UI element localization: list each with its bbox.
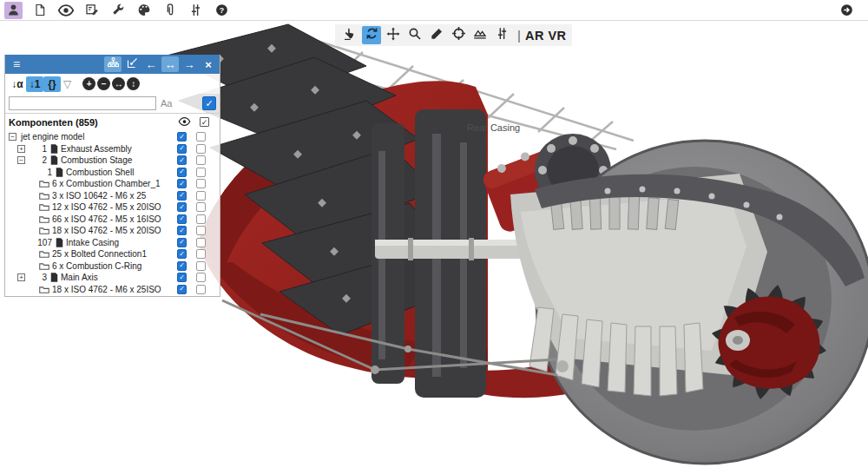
selection-checkbox[interactable] [196, 261, 206, 271]
filter-icon[interactable]: ▽ [63, 78, 71, 90]
fit-view-button[interactable] [449, 26, 468, 44]
tree-item-label[interactable]: 25 x Bolted Connection1 [52, 249, 147, 259]
collapse-toggle-icon[interactable]: − [17, 156, 25, 164]
tree-row[interactable]: +1Exhaust Assembly✓ [5, 143, 220, 155]
visibility-checkbox[interactable]: ✓ [177, 226, 187, 235]
tree-item-label[interactable]: 6 x Combustion Chamber_1 [52, 179, 161, 188]
tree-row[interactable]: 3 x ISO 10642 - M6 x 25✓ [5, 190, 220, 202]
zoom-button[interactable] [405, 26, 424, 44]
viewport-3d[interactable]: | AR VR Rear Casing ≡ ← ↔ → × ↓ [0, 21, 868, 474]
ar-vr-button[interactable]: AR VR [525, 29, 567, 43]
tree-row[interactable]: 6 x Combustion Chamber_1✓ [5, 178, 220, 190]
visibility-checkbox[interactable]: ✓ [177, 261, 187, 271]
tree-row[interactable]: 66 x ISO 4762 - M5 x 16ISO✓ [5, 214, 220, 226]
selection-checkbox[interactable] [196, 249, 206, 259]
braces-button[interactable]: {} [43, 76, 61, 92]
tree-item-label[interactable]: 12 x ISO 4762 - M5 x 20ISO [52, 202, 161, 212]
select-all-checkbox[interactable]: ✓ [202, 96, 216, 110]
measure-button[interactable] [427, 26, 446, 44]
tree-item-label[interactable]: 66 x ISO 4762 - M5 x 16ISO [52, 214, 161, 224]
case-sensitive-toggle[interactable]: Aa [161, 98, 202, 109]
model-tree-button[interactable] [104, 56, 122, 72]
adjust-sliders-button[interactable] [187, 2, 205, 19]
tree-row[interactable]: 1Combustion Shell✓ [5, 167, 220, 179]
selection-checkbox[interactable] [196, 155, 206, 165]
selection-checkbox[interactable] [196, 168, 206, 177]
history-swap-button[interactable]: ↔ [161, 56, 179, 72]
new-document-button[interactable] [30, 2, 49, 19]
tree-row[interactable]: −2Combustion Stage✓ [5, 155, 220, 167]
annotation-rear-casing[interactable]: Rear Casing [467, 122, 520, 133]
render-settings-button[interactable] [492, 26, 511, 44]
tree-row[interactable]: 18 x ISO 4762 - M6 x 25ISO✓ [5, 284, 220, 296]
selection-checkbox[interactable] [196, 191, 206, 201]
sort-numeric-button[interactable]: ↓1 [26, 76, 43, 92]
tree-item-label[interactable]: 18 x ISO 4762 - M6 x 25ISO [52, 285, 161, 294]
go-arrow-button[interactable] [838, 2, 856, 19]
visibility-checkbox[interactable]: ✓ [177, 179, 187, 188]
appearance-button[interactable] [135, 2, 153, 19]
visibility-button[interactable] [56, 2, 75, 19]
visibility-checkbox[interactable]: ✓ [177, 238, 187, 247]
history-back-button[interactable]: ← [142, 56, 160, 72]
selection-checkbox[interactable] [196, 132, 206, 142]
tree-item-label[interactable]: Combustion Shell [66, 168, 134, 177]
search-input[interactable] [9, 96, 156, 110]
visibility-checkbox[interactable]: ✓ [177, 202, 187, 212]
measurement-log-button[interactable] [82, 2, 101, 19]
tree-item-label[interactable]: Exhaust Assembly [61, 144, 132, 154]
selection-checkbox[interactable] [196, 273, 206, 282]
expand-toggle-icon[interactable]: + [17, 273, 25, 281]
tools-button[interactable] [108, 2, 127, 19]
visibility-column-icon[interactable] [178, 116, 191, 128]
visibility-checkbox[interactable]: ✓ [177, 168, 187, 177]
tree-row[interactable]: 6 x Combustion C-Ring✓ [5, 260, 220, 273]
tree-item-label[interactable]: Combustion Stage [61, 155, 132, 165]
help-button[interactable]: ? [213, 2, 231, 19]
tree-row[interactable]: 25 x Bolted Connection1✓ [5, 248, 220, 260]
visibility-checkbox[interactable]: ✓ [177, 273, 187, 282]
selection-checkbox[interactable] [196, 238, 206, 247]
pan-button[interactable] [384, 26, 403, 44]
collapse-all-button[interactable]: − [97, 77, 110, 90]
menu-icon[interactable]: ≡ [8, 57, 25, 71]
tree-item-label[interactable]: 6 x Combustion C-Ring [52, 261, 141, 271]
rotate-button[interactable] [362, 26, 381, 44]
visibility-checkbox[interactable]: ✓ [177, 285, 187, 294]
snapshot-terrain-button[interactable] [470, 26, 490, 44]
tree-row[interactable]: 12 x ISO 4762 - M5 x 20ISO✓ [5, 201, 220, 214]
selection-checkbox[interactable] [196, 179, 206, 188]
select-hand-button[interactable] [340, 26, 359, 44]
visibility-checkbox[interactable]: ✓ [177, 144, 187, 154]
tree-item-label[interactable]: 18 x ISO 4762 - M5 x 20ISO [52, 226, 161, 235]
visibility-checkbox[interactable]: ✓ [177, 214, 187, 224]
expand-toggle-icon[interactable]: + [17, 145, 25, 153]
attachment-button[interactable] [161, 2, 179, 19]
selection-checkbox[interactable] [196, 285, 206, 294]
visibility-checkbox[interactable]: ✓ [177, 132, 187, 142]
tree-row[interactable]: −jet engine model✓ [5, 131, 220, 143]
expand-all-button[interactable]: + [82, 77, 95, 90]
selection-checkbox[interactable] [196, 202, 206, 212]
tree-row[interactable]: 107Intake Casing✓ [5, 237, 220, 249]
expand-vertical-button[interactable]: ↕ [127, 77, 140, 90]
tree-item-label[interactable]: Main Axis [61, 273, 98, 282]
visibility-checkbox[interactable]: ✓ [177, 155, 187, 165]
selection-checkbox[interactable] [196, 144, 206, 154]
visibility-checkbox[interactable]: ✓ [177, 191, 187, 201]
selection-column-icon[interactable]: ✓ [200, 117, 209, 127]
tree-row[interactable]: 18 x ISO 4762 - M5 x 20ISO✓ [5, 225, 220, 237]
sort-alpha-button[interactable]: ↓α [9, 76, 26, 92]
edit-annotation-button[interactable] [123, 56, 141, 72]
user-button[interactable] [4, 2, 23, 19]
expand-horizontal-button[interactable]: ↔ [112, 77, 125, 90]
selection-checkbox[interactable] [196, 226, 206, 235]
history-forward-button[interactable]: → [181, 56, 198, 72]
selection-checkbox[interactable] [196, 214, 206, 224]
tree-item-label[interactable]: jet engine model [21, 132, 84, 142]
tree-item-label[interactable]: 3 x ISO 10642 - M6 x 25 [52, 191, 146, 201]
collapse-toggle-icon[interactable]: − [9, 133, 16, 141]
close-panel-button[interactable]: × [200, 56, 217, 72]
tree-row[interactable]: +3Main Axis✓ [5, 272, 220, 284]
visibility-checkbox[interactable]: ✓ [177, 249, 187, 259]
